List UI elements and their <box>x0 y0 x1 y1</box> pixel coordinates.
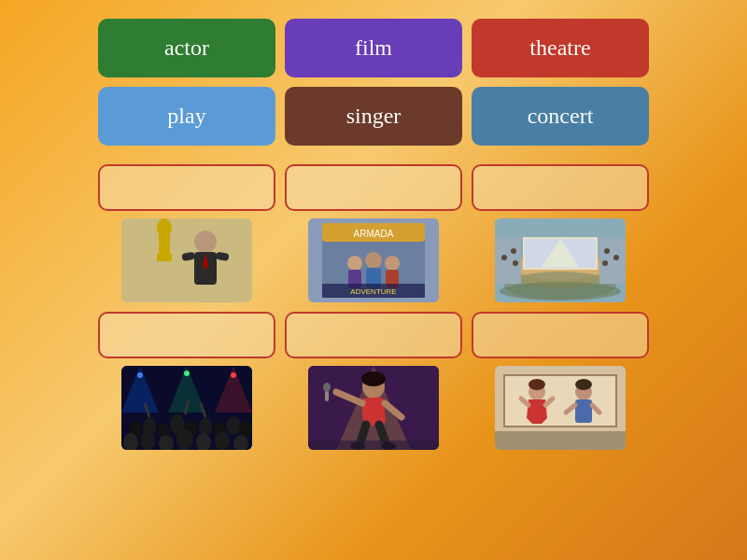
svg-point-55 <box>176 429 193 450</box>
svg-point-35 <box>513 260 518 266</box>
svg-point-68 <box>361 371 386 386</box>
drop-box-singer[interactable] <box>285 312 462 358</box>
word-btn-concert[interactable]: concert <box>472 87 649 146</box>
drop-zone-row2 <box>98 312 649 358</box>
svg-point-50 <box>226 416 241 435</box>
drop-zone-row1 <box>98 164 649 211</box>
svg-point-14 <box>347 256 362 271</box>
svg-text:ARMADA: ARMADA <box>354 229 394 239</box>
svg-point-33 <box>511 248 516 254</box>
drop-box-concert[interactable] <box>98 312 275 358</box>
svg-point-90 <box>575 379 592 390</box>
svg-point-34 <box>501 255 507 260</box>
svg-point-30 <box>500 282 621 301</box>
svg-point-62 <box>137 372 143 378</box>
word-btn-actor[interactable]: actor <box>98 19 275 77</box>
svg-point-18 <box>385 256 400 271</box>
drop-box-theatre[interactable] <box>472 164 649 211</box>
svg-point-53 <box>140 431 155 450</box>
image-play <box>495 366 626 450</box>
svg-point-64 <box>231 372 236 378</box>
svg-point-3 <box>157 218 172 237</box>
svg-point-48 <box>199 417 212 436</box>
svg-point-5 <box>194 231 217 253</box>
image-singer <box>308 366 439 450</box>
image-actor <box>121 218 252 302</box>
word-btn-singer[interactable]: singer <box>285 87 462 146</box>
word-btn-film[interactable]: film <box>285 19 462 77</box>
svg-rect-91 <box>575 399 592 423</box>
svg-rect-31 <box>495 237 521 284</box>
section-row1: ARMADA ADVENTURE <box>19 164 728 302</box>
word-btn-theatre[interactable]: theatre <box>472 19 649 77</box>
word-btn-play[interactable]: play <box>98 87 275 146</box>
svg-point-57 <box>215 431 230 450</box>
drop-box-actor[interactable] <box>98 164 275 211</box>
svg-point-63 <box>184 371 190 376</box>
svg-rect-94 <box>495 431 626 450</box>
image-theatre <box>495 218 626 302</box>
svg-point-36 <box>604 248 610 254</box>
image-film: ARMADA ADVENTURE <box>308 218 439 302</box>
image-grid-row1: ARMADA ADVENTURE <box>98 218 649 302</box>
svg-point-38 <box>602 260 608 266</box>
svg-rect-78 <box>308 441 439 450</box>
section-row2 <box>19 312 728 450</box>
svg-point-16 <box>365 252 382 269</box>
svg-point-72 <box>323 383 331 392</box>
svg-rect-32 <box>599 237 626 284</box>
drop-box-film[interactable] <box>285 164 462 211</box>
svg-rect-4 <box>157 254 172 261</box>
word-grid: actor film theatre play singer concert <box>98 19 649 146</box>
drop-box-play[interactable] <box>472 312 649 358</box>
image-concert-crowd <box>121 366 252 450</box>
svg-point-37 <box>613 255 619 260</box>
image-grid-row2 <box>98 366 649 450</box>
svg-text:ADVENTURE: ADVENTURE <box>350 287 396 296</box>
svg-point-84 <box>529 379 545 390</box>
